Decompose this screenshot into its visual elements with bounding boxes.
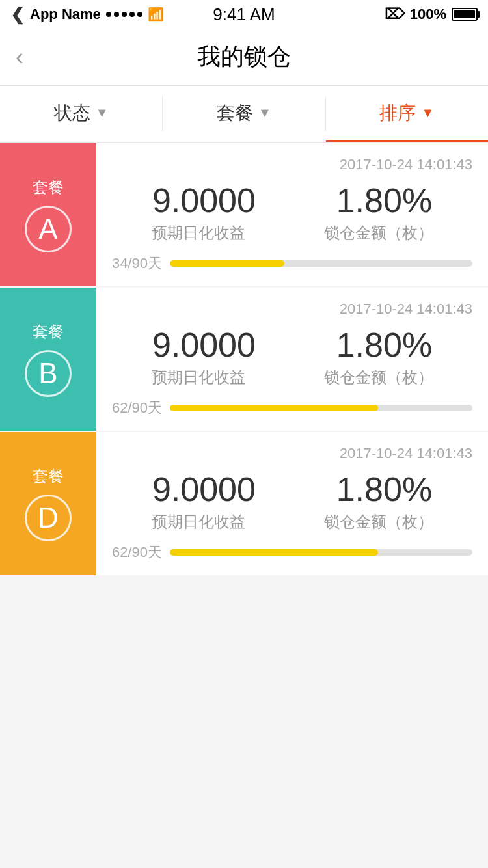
filter-package-arrow-icon: ▼ — [258, 105, 271, 120]
card-label2-b: 锁仓金额（枚） — [324, 367, 433, 388]
wifi-icon: 📶 — [148, 7, 164, 22]
card-value1-d: 9.0000 — [152, 470, 256, 509]
card-values-a: 9.0000 1.80% — [112, 181, 472, 220]
progress-bar-bg-a — [170, 260, 472, 267]
card-a[interactable]: 套餐 A 2017-10-24 14:01:43 9.0000 1.80% 预期… — [0, 143, 488, 286]
card-right-d: 2017-10-24 14:01:43 9.0000 1.80% 预期日化收益 … — [96, 432, 488, 575]
card-letter-b: B — [38, 359, 57, 388]
card-value2-a: 1.80% — [336, 181, 432, 220]
signal-dots — [106, 12, 142, 17]
progress-bar-bg-b — [170, 405, 472, 411]
status-bar: ❮ App Name 📶 9:41 AM ⌦ 100% — [0, 0, 488, 29]
card-label1-d: 预期日化收益 — [152, 511, 245, 532]
card-value2-b: 1.80% — [336, 325, 432, 364]
status-left: ❮ App Name 📶 — [10, 5, 164, 25]
progress-bar-fill-b — [170, 405, 378, 411]
back-button[interactable]: ‹ — [16, 44, 23, 71]
filter-bar: 状态 ▼ 套餐 ▼ 排序 ▼ — [0, 86, 488, 143]
card-progress-b: 62/90天 — [112, 398, 472, 418]
card-letter-a: A — [38, 215, 57, 243]
card-circle-d: D — [25, 495, 72, 541]
filter-package-label: 套餐 — [217, 101, 253, 126]
app-name-label: App Name — [30, 6, 101, 23]
card-value-labels-d: 预期日化收益 锁仓金额（枚） — [112, 511, 472, 532]
back-chevron-icon: ❮ — [10, 5, 25, 25]
cards-container: 套餐 A 2017-10-24 14:01:43 9.0000 1.80% 预期… — [0, 143, 488, 575]
card-label1-a: 预期日化收益 — [152, 223, 245, 243]
card-values-b: 9.0000 1.80% — [112, 325, 472, 364]
card-label1-b: 预期日化收益 — [152, 367, 245, 388]
card-value1-b: 9.0000 — [152, 325, 256, 364]
filter-sort[interactable]: 排序 ▼ — [326, 86, 488, 142]
nav-bar: ‹ 我的锁仓 — [0, 29, 488, 86]
card-value-labels-b: 预期日化收益 锁仓金额（枚） — [112, 367, 472, 388]
card-package-label-a: 套餐 — [33, 177, 64, 198]
battery-percent: 100% — [410, 6, 446, 23]
card-values-d: 9.0000 1.80% — [112, 470, 472, 509]
card-value2-d: 1.80% — [336, 470, 432, 509]
battery-bar — [452, 8, 478, 21]
card-progress-a: 34/90天 — [112, 254, 472, 273]
card-value-labels-a: 预期日化收益 锁仓金额（枚） — [112, 223, 472, 243]
bottom-area — [0, 576, 488, 772]
card-timestamp-b: 2017-10-24 14:01:43 — [112, 301, 472, 318]
page-title: 我的锁仓 — [197, 41, 291, 73]
filter-sort-label: 排序 — [379, 101, 416, 126]
filter-package[interactable]: 套餐 ▼ — [163, 86, 325, 142]
card-label2-d: 锁仓金额（枚） — [324, 511, 433, 532]
progress-text-d: 62/90天 — [112, 543, 162, 562]
progress-bar-fill-d — [170, 549, 378, 556]
card-d[interactable]: 套餐 D 2017-10-24 14:01:43 9.0000 1.80% 预期… — [0, 432, 488, 575]
card-left-d: 套餐 D — [0, 432, 96, 575]
status-right: ⌦ 100% — [385, 6, 478, 23]
card-timestamp-a: 2017-10-24 14:01:43 — [112, 156, 472, 173]
filter-status-arrow-icon: ▼ — [96, 105, 109, 120]
bluetooth-icon: ⌦ — [385, 6, 405, 23]
card-right-a: 2017-10-24 14:01:43 9.0000 1.80% 预期日化收益 … — [96, 143, 488, 286]
card-label2-a: 锁仓金额（枚） — [324, 223, 433, 243]
card-progress-d: 62/90天 — [112, 543, 472, 562]
filter-status-label: 状态 — [54, 101, 90, 126]
card-circle-b: B — [25, 350, 72, 397]
card-right-b: 2017-10-24 14:01:43 9.0000 1.80% 预期日化收益 … — [96, 288, 488, 431]
card-b[interactable]: 套餐 B 2017-10-24 14:01:43 9.0000 1.80% 预期… — [0, 288, 488, 431]
progress-bar-fill-a — [170, 260, 284, 267]
progress-text-b: 62/90天 — [112, 398, 162, 418]
card-value1-a: 9.0000 — [152, 181, 256, 220]
progress-bar-bg-d — [170, 549, 472, 556]
status-time: 9:41 AM — [213, 5, 275, 25]
card-letter-d: D — [38, 504, 59, 532]
card-left-b: 套餐 B — [0, 288, 96, 431]
filter-sort-arrow-icon: ▼ — [421, 105, 434, 120]
battery-fill — [454, 10, 475, 18]
card-left-a: 套餐 A — [0, 143, 96, 286]
card-timestamp-d: 2017-10-24 14:01:43 — [112, 445, 472, 462]
progress-text-a: 34/90天 — [112, 254, 162, 273]
filter-status[interactable]: 状态 ▼ — [0, 86, 162, 142]
card-package-label-d: 套餐 — [33, 466, 64, 487]
card-package-label-b: 套餐 — [33, 321, 64, 342]
card-circle-a: A — [25, 206, 72, 252]
